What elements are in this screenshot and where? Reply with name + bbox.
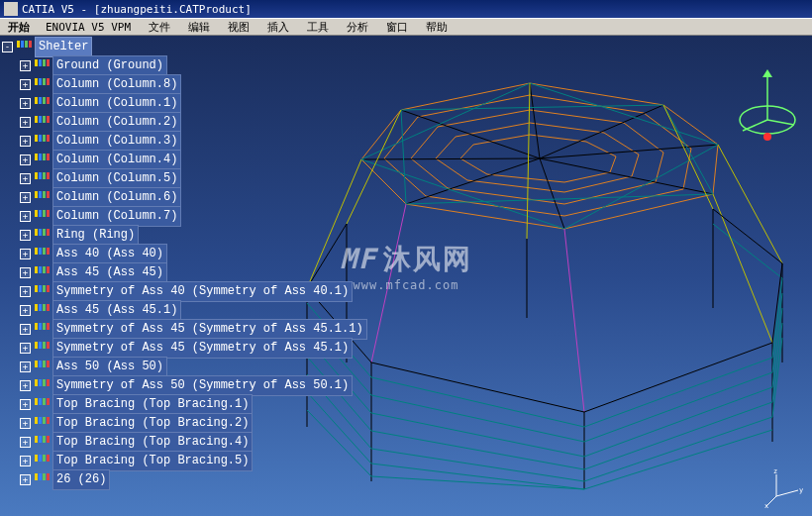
- tree-label[interactable]: Column (Column.7): [52, 206, 181, 227]
- specification-tree[interactable]: -Shelter+Ground (Ground)+Column (Column.…: [2, 38, 367, 489]
- expander-icon[interactable]: +: [20, 343, 31, 354]
- tree-label[interactable]: Top Bracing (Top Bracing.4): [52, 432, 253, 453]
- tree-label[interactable]: Shelter: [35, 37, 92, 57]
- product-icon: [34, 361, 50, 374]
- tree-label[interactable]: Column (Column.8): [52, 74, 181, 95]
- tree-node[interactable]: +Ass 45 (Ass 45.1): [2, 301, 367, 320]
- tree-label[interactable]: Ass 45 (Ass 45): [52, 262, 167, 283]
- tree-label[interactable]: 26 (26): [52, 469, 110, 490]
- menu-window[interactable]: 窗口: [382, 19, 412, 36]
- menu-tools[interactable]: 工具: [303, 19, 333, 36]
- tree-node[interactable]: +Column (Column.8): [2, 75, 367, 94]
- expander-icon[interactable]: +: [20, 286, 31, 297]
- expander-icon[interactable]: +: [20, 456, 31, 466]
- tree-label[interactable]: Ass 45 (Ass 45.1): [52, 300, 181, 321]
- expander-icon[interactable]: +: [20, 79, 31, 90]
- tree-node[interactable]: +Symmetry of Ass 45 (Symmetry of Ass 45.…: [2, 320, 367, 339]
- tree-label[interactable]: Symmetry of Ass 45 (Symmetry of Ass 45.1…: [52, 319, 367, 340]
- menu-enovia[interactable]: ENOVIA V5 VPM: [42, 20, 135, 35]
- tree-label[interactable]: Symmetry of Ass 50 (Symmetry of Ass 50.1…: [52, 375, 353, 396]
- expander-icon[interactable]: +: [20, 155, 31, 165]
- expander-icon[interactable]: +: [20, 474, 31, 485]
- compass-widget[interactable]: [733, 65, 802, 145]
- expander-icon[interactable]: +: [20, 399, 31, 410]
- expander-icon[interactable]: +: [20, 136, 31, 147]
- tree-node[interactable]: +Column (Column.2): [2, 113, 367, 132]
- svg-line-54: [776, 490, 798, 496]
- svg-text:y: y: [799, 486, 803, 494]
- tree-label[interactable]: Column (Column.1): [52, 93, 181, 114]
- menu-edit[interactable]: 编辑: [184, 19, 214, 36]
- tree-node[interactable]: +Ass 40 (Ass 40): [2, 245, 367, 263]
- tree-node[interactable]: +Symmetry of Ass 40 (Symmetry of Ass 40.…: [2, 282, 367, 301]
- svg-line-10: [540, 158, 564, 229]
- tree-node[interactable]: +26 (26): [2, 470, 367, 489]
- tree-node[interactable]: -Shelter: [2, 38, 367, 56]
- product-icon: [34, 97, 50, 111]
- tree-label[interactable]: Ring (Ring): [52, 225, 139, 246]
- expander-icon[interactable]: +: [20, 267, 31, 278]
- svg-line-42: [371, 362, 584, 412]
- svg-line-15: [663, 105, 713, 194]
- menu-view[interactable]: 视图: [224, 19, 254, 36]
- tree-label[interactable]: Column (Column.2): [52, 112, 181, 133]
- tree-node[interactable]: +Top Bracing (Top Bracing.2): [2, 414, 367, 433]
- expander-icon[interactable]: +: [20, 60, 31, 71]
- menu-insert[interactable]: 插入: [263, 19, 293, 36]
- tree-node[interactable]: +Column (Column.7): [2, 207, 367, 226]
- svg-line-43: [584, 343, 772, 412]
- tree-node[interactable]: +Column (Column.6): [2, 188, 367, 207]
- tree-node[interactable]: +Symmetry of Ass 45 (Symmetry of Ass 45.…: [2, 339, 367, 358]
- tree-node[interactable]: +Column (Column.5): [2, 169, 367, 188]
- tree-node[interactable]: +Ground (Ground): [2, 56, 367, 75]
- svg-line-12: [361, 158, 540, 159]
- expander-icon[interactable]: +: [20, 230, 31, 241]
- tree-node[interactable]: +Ass 50 (Ass 50): [2, 358, 367, 376]
- tree-label[interactable]: Column (Column.5): [52, 168, 181, 189]
- svg-point-51: [763, 133, 771, 141]
- tree-label[interactable]: Symmetry of Ass 45 (Symmetry of Ass 45.1…: [52, 338, 353, 359]
- tree-node[interactable]: +Top Bracing (Top Bracing.4): [2, 433, 367, 452]
- viewport-3d[interactable]: -Shelter+Ground (Ground)+Column (Column.…: [0, 36, 812, 516]
- tree-label[interactable]: Column (Column.4): [52, 150, 181, 170]
- menu-analyze[interactable]: 分析: [343, 19, 372, 36]
- tree-node[interactable]: +Top Bracing (Top Bracing.1): [2, 395, 367, 414]
- tree-node[interactable]: +Ring (Ring): [2, 226, 367, 245]
- menu-start[interactable]: 开始: [4, 19, 34, 36]
- expander-icon[interactable]: +: [20, 211, 31, 222]
- expander-icon[interactable]: +: [20, 361, 31, 372]
- tree-node[interactable]: +Column (Column.3): [2, 132, 367, 151]
- tree-label[interactable]: Ground (Ground): [52, 55, 167, 76]
- expander-icon[interactable]: +: [20, 305, 31, 316]
- svg-line-33: [663, 105, 713, 209]
- product-icon: [34, 78, 50, 92]
- tree-node[interactable]: +Column (Column.4): [2, 151, 367, 169]
- expander-icon[interactable]: +: [20, 380, 31, 391]
- expander-icon[interactable]: +: [20, 192, 31, 203]
- svg-line-19: [401, 110, 406, 204]
- svg-line-34: [718, 145, 782, 263]
- tree-node[interactable]: +Top Bracing (Top Bracing.5): [2, 452, 367, 470]
- tree-label[interactable]: Column (Column.6): [52, 187, 181, 208]
- tree-label[interactable]: Top Bracing (Top Bracing.2): [52, 413, 253, 434]
- tree-node[interactable]: +Symmetry of Ass 50 (Symmetry of Ass 50.…: [2, 376, 367, 395]
- expander-icon[interactable]: +: [20, 418, 31, 429]
- expander-icon[interactable]: +: [20, 249, 31, 259]
- tree-label[interactable]: Top Bracing (Top Bracing.1): [52, 394, 253, 415]
- expander-icon[interactable]: -: [2, 42, 13, 52]
- expander-icon[interactable]: +: [20, 437, 31, 448]
- tree-label[interactable]: Top Bracing (Top Bracing.5): [52, 451, 253, 471]
- expander-icon[interactable]: +: [20, 117, 31, 128]
- tree-label[interactable]: Symmetry of Ass 40 (Symmetry of Ass 40.1…: [52, 281, 353, 302]
- tree-label[interactable]: Ass 50 (Ass 50): [52, 357, 167, 377]
- tree-node[interactable]: +Ass 45 (Ass 45): [2, 263, 367, 282]
- tree-node[interactable]: +Column (Column.1): [2, 94, 367, 113]
- expander-icon[interactable]: +: [20, 98, 31, 109]
- expander-icon[interactable]: +: [20, 324, 31, 335]
- tree-label[interactable]: Column (Column.3): [52, 131, 181, 152]
- menu-file[interactable]: 文件: [145, 19, 174, 36]
- expander-icon[interactable]: +: [20, 173, 31, 184]
- tree-label[interactable]: Ass 40 (Ass 40): [52, 244, 167, 264]
- svg-marker-23: [307, 333, 782, 471]
- menu-help[interactable]: 帮助: [422, 19, 452, 36]
